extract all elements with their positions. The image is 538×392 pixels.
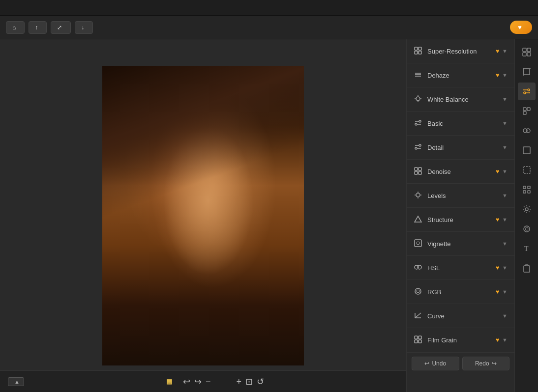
panel-label-denoise: Denoise xyxy=(427,168,496,175)
panel-item-film-grain: Film Grain♥▼ xyxy=(407,328,514,352)
tool-texture[interactable] xyxy=(518,161,536,179)
tool-settings[interactable] xyxy=(518,200,536,218)
panel-label-film-grain: Film Grain xyxy=(427,336,496,344)
panel-arrow-basic: ▼ xyxy=(502,120,508,126)
redo-history-button[interactable]: ↪ xyxy=(194,377,202,386)
undo-button[interactable]: ↩ Undo xyxy=(412,357,459,370)
tool-sidebar: T xyxy=(514,39,538,392)
panel-header-vignette[interactable]: Vignette▼ xyxy=(407,232,514,255)
zoom-in-button[interactable]: + xyxy=(236,377,241,386)
histogram-button[interactable]: ▤ xyxy=(166,378,175,385)
save-icon: ↓ xyxy=(81,24,84,31)
panel-icon-hsl xyxy=(414,263,422,273)
svg-rect-3 xyxy=(418,51,421,54)
panel-item-super-resolution: Super-Resolution♥▼ xyxy=(407,39,514,63)
panel-header-white-balance[interactable]: White Balance▼ xyxy=(407,87,514,111)
svg-rect-39 xyxy=(418,336,421,339)
panel-pro-badge-dehaze: ♥ xyxy=(496,72,499,79)
pro-button[interactable]: ♥ xyxy=(510,21,532,34)
tool-filter[interactable] xyxy=(518,102,536,120)
svg-rect-61 xyxy=(523,167,530,173)
open-icon: ↑ xyxy=(35,24,38,31)
panel-arrow-hsl: ▼ xyxy=(502,265,508,271)
svg-point-34 xyxy=(415,288,421,294)
panel-label-levels: Levels xyxy=(427,192,501,199)
panel-header-basic[interactable]: Basic▼ xyxy=(407,112,514,135)
panel-pro-badge-hsl: ♥ xyxy=(496,264,499,271)
undo-history-button[interactable]: ↩ xyxy=(183,377,190,386)
exif-button[interactable]: ▲ xyxy=(8,377,24,386)
panel-arrow-detail: ▼ xyxy=(502,144,508,150)
panel-pro-badge-structure: ♥ xyxy=(496,216,499,223)
tool-badge2[interactable] xyxy=(518,220,536,238)
svg-rect-23 xyxy=(418,171,421,174)
tool-retouch[interactable] xyxy=(518,122,536,140)
panel-icon-denoise xyxy=(414,167,422,176)
panel-item-dehaze: Dehaze♥▼ xyxy=(407,63,514,87)
panel-icon-basic xyxy=(414,119,422,128)
panel-badges-vignette: ▼ xyxy=(501,241,508,247)
tool-crop[interactable] xyxy=(518,63,536,81)
redo-label: Redo xyxy=(475,360,489,367)
share-button[interactable]: ⤢ xyxy=(51,21,71,34)
panel-badges-white-balance: ▼ xyxy=(501,96,508,102)
panel-arrow-super-resolution: ▼ xyxy=(502,48,508,54)
redo-button[interactable]: Redo ↪ xyxy=(462,357,510,370)
panel-arrow-film-grain: ▼ xyxy=(502,337,508,343)
panel-icon-rgb xyxy=(414,287,422,297)
svg-point-19 xyxy=(415,147,417,149)
tool-adjust[interactable] xyxy=(518,83,536,100)
panel-header-detail[interactable]: Detail▼ xyxy=(407,136,514,159)
tool-frame[interactable] xyxy=(518,141,536,159)
panel-label-white-balance: White Balance xyxy=(427,96,501,103)
panel-label-structure: Structure xyxy=(427,216,496,224)
svg-point-52 xyxy=(524,92,526,94)
panel-header-super-resolution[interactable]: Super-Resolution♥▼ xyxy=(407,39,514,63)
main-layout: ▲ ▤ ↩ ↪ − + ⊡ ↺ Super-Resolution xyxy=(0,39,538,392)
panel-badges-detail: ▼ xyxy=(501,144,508,150)
svg-text:T: T xyxy=(524,245,529,252)
svg-rect-22 xyxy=(415,171,418,174)
panel-header-structure[interactable]: Structure♥▼ xyxy=(407,208,514,231)
photo-container xyxy=(102,66,304,365)
canvas-area: ▲ ▤ ↩ ↪ − + ⊡ ↺ xyxy=(0,39,406,392)
panel-arrow-curve: ▼ xyxy=(502,313,508,319)
open-button[interactable]: ↑ xyxy=(29,21,47,34)
panel-header-levels[interactable]: Levels▼ xyxy=(407,184,514,207)
svg-point-51 xyxy=(528,89,530,91)
panel-header-hsl[interactable]: HSL♥▼ xyxy=(407,256,514,280)
histogram-icon: ▤ xyxy=(166,378,172,385)
panel-header-film-grain[interactable]: Film Grain♥▼ xyxy=(407,328,514,352)
panel-label-basic: Basic xyxy=(427,120,501,127)
reset-view-button[interactable]: ↺ xyxy=(257,377,264,386)
photo-inner xyxy=(102,66,304,365)
panel-icon-white-balance xyxy=(414,95,422,104)
tool-pattern[interactable] xyxy=(518,181,536,198)
fit-view-button[interactable]: ⊡ xyxy=(245,377,253,386)
svg-rect-44 xyxy=(523,53,526,56)
tool-enhance[interactable] xyxy=(518,43,536,61)
home-button[interactable]: ⌂ xyxy=(6,21,25,34)
save-button[interactable]: ↓ xyxy=(75,21,93,34)
redo-icon: ↪ xyxy=(492,360,497,367)
panel-pro-badge-denoise: ♥ xyxy=(496,168,499,175)
svg-rect-56 xyxy=(527,108,530,111)
panel-header-dehaze[interactable]: Dehaze♥▼ xyxy=(407,63,514,87)
panel-icon-curve xyxy=(414,311,422,321)
panel-arrow-rgb: ▼ xyxy=(502,289,508,295)
panel-header-rgb[interactable]: RGB♥▼ xyxy=(407,280,514,304)
panel-icon-levels xyxy=(414,191,422,200)
svg-point-31 xyxy=(417,242,419,245)
tool-text[interactable]: T xyxy=(518,240,536,257)
svg-rect-55 xyxy=(523,108,526,111)
tool-clipboard[interactable] xyxy=(518,259,536,277)
panel-label-curve: Curve xyxy=(427,312,501,320)
panel-header-denoise[interactable]: Denoise♥▼ xyxy=(407,160,514,183)
panel-label-rgb: RGB xyxy=(427,288,496,296)
svg-rect-60 xyxy=(523,147,530,154)
zoom-out-button[interactable]: − xyxy=(206,377,211,386)
panel-arrow-vignette: ▼ xyxy=(502,241,508,247)
panel-header-curve[interactable]: Curve▼ xyxy=(407,304,514,328)
panel-badges-basic: ▼ xyxy=(501,120,508,126)
panel-badges-dehaze: ♥▼ xyxy=(496,72,508,79)
